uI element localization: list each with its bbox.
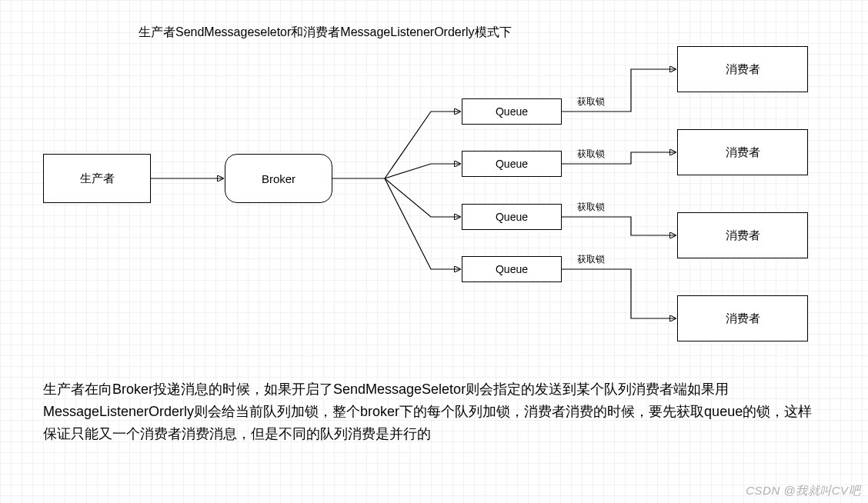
queue-node-4: Queue <box>462 256 562 282</box>
diagram-title: 生产者SendMessageseletor和消费者MessageListener… <box>139 25 512 41</box>
consumer-node-2: 消费者 <box>677 129 808 175</box>
queue-node-3: Queue <box>462 204 562 230</box>
lock-label-3: 获取锁 <box>577 201 605 214</box>
queue-node-1: Queue <box>462 98 562 125</box>
explanation-text: 生产者在向Broker投递消息的时候，如果开启了SendMessageSelet… <box>43 378 813 445</box>
broker-node: Broker <box>225 154 332 203</box>
watermark-text: CSDN @我就叫CV吧 <box>746 484 860 498</box>
lock-label-1: 获取锁 <box>577 95 605 108</box>
consumer-node-4: 消费者 <box>677 295 808 341</box>
lock-label-4: 获取锁 <box>577 253 605 266</box>
consumer-node-3: 消费者 <box>677 212 808 258</box>
lock-label-2: 获取锁 <box>577 148 605 161</box>
queue-node-2: Queue <box>462 151 562 177</box>
producer-node: 生产者 <box>43 154 151 203</box>
consumer-node-1: 消费者 <box>677 46 808 92</box>
